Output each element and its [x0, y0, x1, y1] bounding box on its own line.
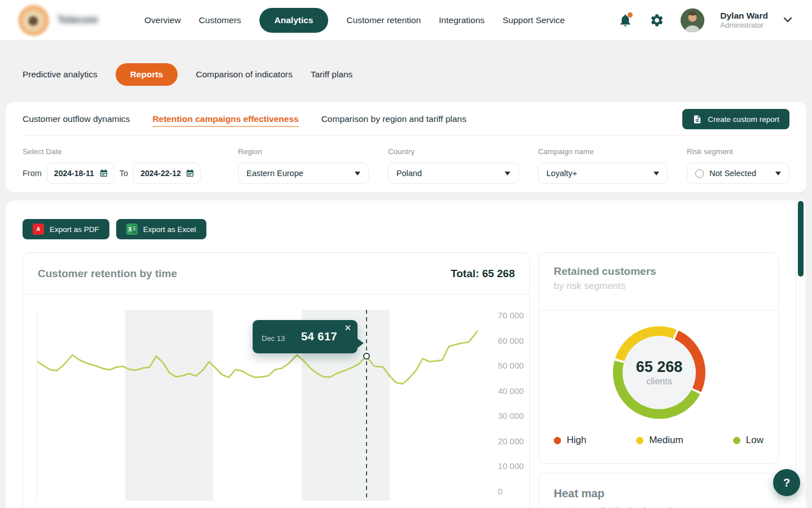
- main-nav: Overview Customers Analytics Customer re…: [144, 8, 565, 33]
- risk-segment-select[interactable]: Not Selected: [687, 163, 789, 184]
- tab-tariff-plans[interactable]: Tariff plans: [311, 69, 353, 80]
- legend-dot-medium: [636, 437, 643, 444]
- date-from-input[interactable]: 2024-18-11: [47, 163, 114, 184]
- campaign-value: Loyalty+: [546, 169, 648, 178]
- line-chart-plot[interactable]: Dec 13 54 617 ✕: [37, 310, 478, 501]
- export-buttons: Export as PDF X Export as Excel: [23, 219, 206, 239]
- help-button[interactable]: ?: [773, 469, 800, 496]
- analytics-section-tabs: Predictive analytics Reports Comparison …: [23, 62, 352, 86]
- y-tick: 60 000: [498, 336, 524, 346]
- date-to-input[interactable]: 2024-22-12: [133, 163, 201, 184]
- report-filter-card: Customer outflow dynamics Retention camp…: [6, 102, 806, 192]
- donut-card-title: Retained customers: [554, 265, 764, 278]
- report-tab-retention-campaigns[interactable]: Retention campaigns effectiveness: [152, 114, 298, 124]
- donut-center-value: 65 268: [636, 358, 683, 376]
- tab-reports[interactable]: Reports: [116, 63, 178, 86]
- svg-text:X: X: [128, 226, 132, 233]
- chevron-down-icon: [505, 172, 510, 176]
- export-excel-label: Export as Excel: [143, 225, 196, 234]
- calendar-icon: [186, 169, 195, 178]
- user-avatar[interactable]: [681, 8, 704, 32]
- create-custom-report-button[interactable]: Create custom report: [682, 109, 789, 129]
- page-scrollbar-thumb[interactable]: [798, 201, 804, 277]
- legend-dot-high: [554, 437, 561, 444]
- tab-predictive-analytics[interactable]: Predictive analytics: [23, 69, 98, 80]
- y-axis-labels: 70 000 60 000 50 000 40 000 30 000 20 00…: [498, 310, 524, 497]
- donut-card-subtitle: by risk segments: [554, 281, 764, 292]
- user-info: Dylan Ward Administrator: [720, 10, 768, 30]
- filter-label-date: Select Date: [23, 147, 201, 156]
- legend-label-high: High: [567, 435, 586, 446]
- user-menu-chevron-down-icon[interactable]: [784, 17, 792, 23]
- tooltip-close-icon[interactable]: ✕: [344, 323, 351, 332]
- brand-name: Telecom: [58, 14, 98, 26]
- nav-item-overview[interactable]: Overview: [144, 15, 181, 25]
- legend-dot-low: [733, 437, 740, 444]
- chart-title: Customer retention by time: [38, 268, 177, 280]
- page-scrollbar-track[interactable]: [796, 199, 805, 502]
- risk-segment-value: Not Selected: [709, 169, 770, 178]
- campaign-select[interactable]: Loyalty+: [538, 163, 668, 184]
- export-excel-button[interactable]: X Export as Excel: [116, 219, 206, 239]
- heat-map-card: Heat map customers distribution by regio…: [539, 473, 779, 508]
- y-tick: 70 000: [498, 310, 524, 321]
- tooltip-cursor-line: [366, 310, 367, 501]
- radio-unselected-icon: [695, 169, 704, 178]
- y-tick: 0: [498, 487, 524, 497]
- report-tab-region-tariff-comparison[interactable]: Comparison by region and tariff plans: [321, 114, 466, 124]
- report-tab-customer-outflow[interactable]: Customer outflow dynamics: [23, 114, 130, 124]
- analytics-dashboard: { "colors": { "teal": "#17504b", "accent…: [0, 0, 812, 508]
- filter-region: Region Eastern Europe: [238, 147, 369, 184]
- chart-tooltip: Dec 13 54 617 ✕: [253, 320, 358, 353]
- donut-center-label: clients: [646, 376, 672, 387]
- y-tick: 10 000: [498, 461, 524, 471]
- legend-item-medium[interactable]: Medium: [636, 435, 683, 446]
- filters-row: Select Date From 2024-18-11 To 2024-22-1…: [6, 136, 806, 192]
- chevron-down-icon: [654, 172, 659, 176]
- data-point-marker[interactable]: [363, 353, 370, 360]
- date-to-value: 2024-22-12: [140, 169, 181, 178]
- filter-risk-segment: Risk segment Not Selected: [687, 147, 789, 184]
- date-from-word: From: [23, 169, 42, 178]
- legend-label-low: Low: [746, 435, 764, 446]
- filter-label-region: Region: [238, 147, 369, 156]
- y-tick: 30 000: [498, 411, 524, 421]
- retained-customers-card: Retained customers by risk segments 65 2…: [539, 252, 779, 464]
- user-name: Dylan Ward: [720, 10, 768, 21]
- filter-label-risk: Risk segment: [687, 147, 789, 156]
- date-to-word: To: [120, 169, 128, 178]
- country-select[interactable]: Poland: [388, 163, 519, 184]
- brand[interactable]: Telecom: [18, 5, 131, 36]
- date-from-value: 2024-18-11: [54, 169, 94, 178]
- top-navigation-bar: Telecom Overview Customers Analytics Cus…: [0, 0, 812, 41]
- export-pdf-label: Export as PDF: [50, 225, 99, 234]
- filter-select-date: Select Date From 2024-18-11 To 2024-22-1…: [23, 147, 201, 184]
- settings-gear-icon[interactable]: [649, 12, 665, 28]
- y-tick: 50 000: [498, 361, 524, 371]
- nav-item-customer-retention[interactable]: Customer retention: [346, 15, 421, 25]
- country-value: Poland: [396, 169, 499, 178]
- report-type-tabs: Customer outflow dynamics Retention camp…: [23, 102, 789, 136]
- y-tick: 20 000: [498, 436, 524, 446]
- region-select[interactable]: Eastern Europe: [238, 163, 369, 184]
- nav-item-support-service[interactable]: Support Service: [502, 15, 564, 25]
- document-icon: [692, 115, 702, 124]
- tab-comparison-of-indicators[interactable]: Comparison of indicators: [196, 69, 292, 80]
- filter-label-campaign: Campaign name: [538, 147, 668, 156]
- legend-item-high[interactable]: High: [554, 435, 586, 446]
- notifications-bell-icon[interactable]: [617, 12, 633, 28]
- filter-campaign-name: Campaign name Loyalty+: [538, 147, 668, 184]
- filter-label-country: Country: [388, 147, 519, 156]
- notification-dot: [628, 12, 633, 17]
- report-content-card: Export as PDF X Export as Excel Customer…: [6, 200, 806, 508]
- nav-item-analytics[interactable]: Analytics: [259, 8, 329, 33]
- nav-item-integrations[interactable]: Integrations: [439, 15, 484, 25]
- risk-segments-donut-chart[interactable]: 65 268 clients: [613, 326, 705, 419]
- nav-item-customers[interactable]: Customers: [199, 15, 241, 25]
- user-role: Administrator: [720, 21, 768, 30]
- heat-map-subtitle: customers distribution by region: [554, 506, 764, 508]
- excel-icon: X: [126, 224, 138, 235]
- export-pdf-button[interactable]: Export as PDF: [23, 219, 109, 239]
- chart-total: Total: 65 268: [451, 268, 515, 280]
- legend-item-low[interactable]: Low: [733, 435, 764, 446]
